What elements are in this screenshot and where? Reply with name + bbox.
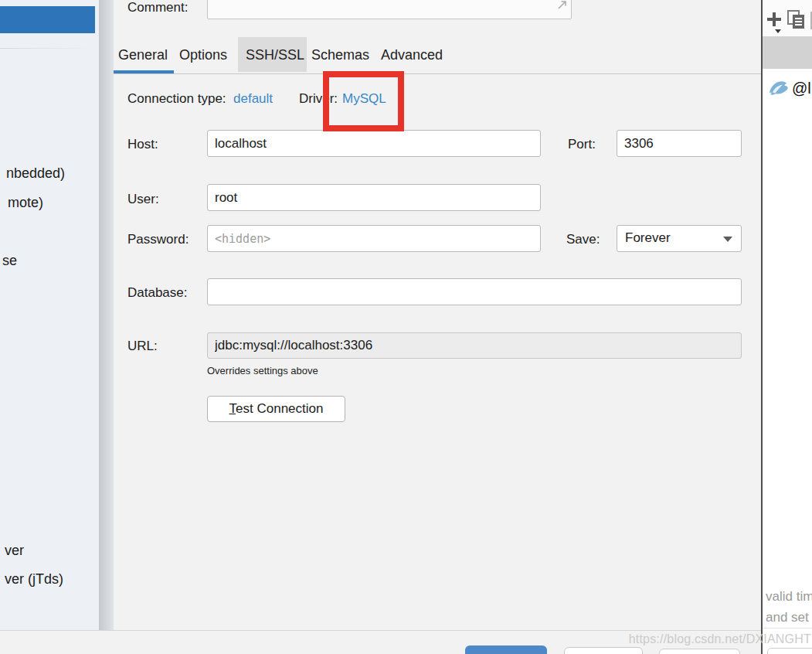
sidebar-scrollbar[interactable] [99, 0, 114, 631]
save-dropdown[interactable]: Forever [617, 225, 742, 252]
tab-ssh-ssl[interactable]: SSH/SSL [246, 47, 304, 63]
selected-data-source-row[interactable]: @l [763, 36, 812, 69]
connection-settings-panel: Comment: General Options SSH/SSL Schemas… [114, 0, 761, 654]
database-input[interactable] [207, 278, 742, 305]
selected-driver-row[interactable] [0, 6, 95, 33]
comment-input[interactable] [207, 0, 572, 19]
host-label: Host: [127, 137, 158, 152]
tab-options[interactable]: Options [179, 47, 227, 63]
url-input[interactable] [207, 332, 742, 359]
database-label: Database: [127, 285, 188, 301]
tab-advanced[interactable]: Advanced [381, 47, 443, 63]
mysql-dolphin-icon [768, 77, 790, 103]
apply-button[interactable] [659, 649, 740, 654]
tabs-bottom-border [114, 73, 761, 74]
data-source-tree-panel: @l valid tim and set ' [761, 0, 812, 654]
status-message-line2: and set ' [766, 610, 812, 625]
sidebar-separator [0, 48, 93, 49]
cancel-button[interactable] [564, 647, 643, 654]
comment-label: Comment: [127, 0, 188, 15]
sidebar-item[interactable]: nbedded) [6, 165, 65, 182]
sidebar-item[interactable]: mote) [8, 195, 43, 211]
port-label: Port: [568, 137, 596, 152]
right-footer-button[interactable] [767, 648, 812, 654]
tab-schemas[interactable]: Schemas [311, 47, 369, 63]
password-input[interactable] [207, 225, 541, 252]
url-hint: Overrides settings above [207, 365, 318, 376]
status-message-line1: valid tim [766, 589, 812, 605]
data-source-name: @l [792, 80, 811, 97]
user-label: User: [127, 192, 159, 207]
connection-type-label: Connection type: [127, 91, 226, 107]
drivers-list-panel: nbedded) mote) se ver ver (jTds) [0, 0, 99, 631]
chevron-down-icon [723, 237, 732, 242]
add-data-source-icon[interactable] [766, 11, 783, 37]
sidebar-item[interactable]: ver (jTds) [5, 571, 63, 588]
connection-type-link[interactable]: default [233, 91, 273, 107]
host-input[interactable] [207, 130, 541, 157]
url-label: URL: [127, 339, 158, 354]
test-connection-button[interactable]: Test Connection [207, 396, 345, 422]
port-input[interactable] [617, 130, 742, 157]
tree-toolbar [763, 0, 812, 36]
ok-button[interactable] [465, 645, 547, 654]
footer-separator [0, 630, 761, 631]
sidebar-item[interactable]: ver [5, 543, 24, 559]
test-connection-mnemonic: T [229, 401, 236, 416]
data-sources-dialog: nbedded) mote) se ver ver (jTds) Comment… [0, 0, 812, 654]
watermark: https://blog.csdn.net/DXIANGHT [629, 632, 811, 646]
save-label: Save: [566, 232, 600, 247]
right-footer-separator [763, 628, 812, 628]
duplicate-icon[interactable] [787, 9, 807, 34]
save-dropdown-value: Forever [625, 230, 671, 246]
test-connection-label: est Connection [236, 401, 323, 416]
password-label: Password: [127, 232, 189, 247]
expand-editor-icon[interactable] [555, 0, 569, 15]
tab-general[interactable]: General [118, 47, 168, 63]
user-input[interactable] [207, 184, 541, 211]
annotation-red-box [323, 71, 404, 131]
sidebar-item[interactable]: se [2, 253, 17, 269]
